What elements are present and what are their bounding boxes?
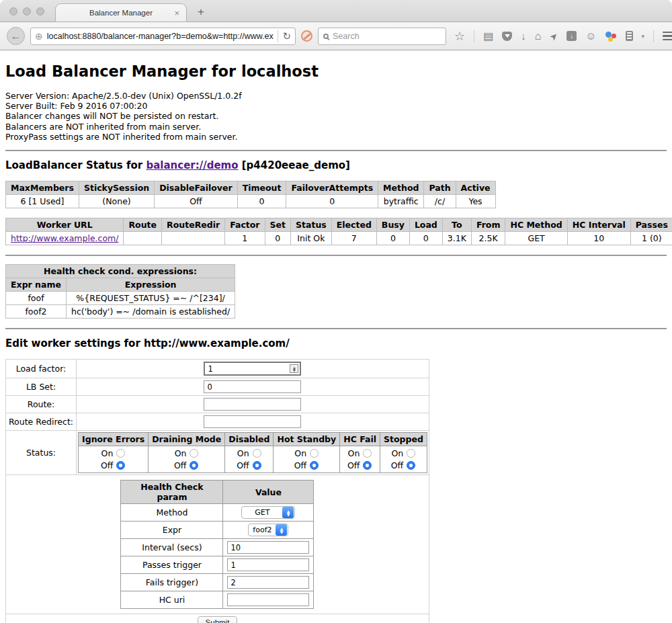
load-factor-label: Load factor:: [6, 360, 77, 378]
passes-cell: [223, 556, 314, 574]
back-button[interactable]: ←: [7, 27, 25, 45]
status-header-row: Ignore Errors Draining Mode Disabled Hot…: [79, 433, 427, 446]
url-input[interactable]: [47, 32, 274, 41]
worker-url-link[interactable]: http://www.example.com/: [11, 233, 118, 243]
worker-column-header: HC Method: [505, 218, 567, 232]
disabled-off-radio[interactable]: [253, 461, 261, 470]
ignore-errors-radios: On Off: [79, 446, 149, 473]
off-label: Off: [347, 460, 360, 470]
expr-value: hc('body') =~ /domain is established/: [67, 305, 235, 319]
worker-column-header: Worker URL: [6, 218, 124, 232]
on-label: On: [237, 448, 249, 458]
worker-column-header: Factor: [225, 218, 265, 232]
search-bar[interactable]: [318, 28, 446, 45]
route-redirect-row: Route Redirect:: [6, 413, 429, 431]
edit-worker-form: Load factor: ▲▼ LB Set: Route:: [5, 359, 429, 623]
url-bar[interactable]: ⊕ ↻: [30, 28, 296, 45]
bookmark-star-icon[interactable]: ☆: [454, 30, 465, 42]
worker-header-row: Worker URLRouteRouteRedirFactorSetStatus…: [6, 218, 672, 232]
interval-input[interactable]: [227, 541, 309, 554]
window-zoom-button[interactable]: [36, 7, 44, 15]
window-minimize-button[interactable]: [23, 7, 31, 15]
passes-label: Passes trigger: [121, 556, 223, 574]
balancer-link[interactable]: balancer://demo: [146, 159, 238, 171]
worker-column-header: Status: [291, 218, 332, 232]
route-redirect-input[interactable]: [204, 415, 301, 428]
draining-mode-off-radio[interactable]: [190, 461, 198, 470]
worker-column-header: Load: [409, 218, 442, 232]
lb-set-input[interactable]: [204, 380, 301, 393]
worker-cell: 0: [409, 232, 442, 245]
worker-column-header: Busy: [376, 218, 409, 232]
worker-cell: 2.5K: [471, 232, 505, 245]
overflow-caret-icon[interactable]: ▾: [642, 33, 645, 40]
stopped-off-radio[interactable]: [407, 461, 415, 470]
ignore-errors-on-radio[interactable]: [116, 449, 125, 458]
server-version: Server Version: Apache/2.5.0-dev (Unix) …: [5, 91, 667, 101]
route-label: Route:: [6, 396, 77, 413]
worker-data-row: http://www.example.com/ 10Init Ok7003.1K…: [6, 232, 672, 245]
on-label: On: [294, 448, 306, 458]
send-tab-icon[interactable]: ➤: [548, 30, 560, 42]
lb-set-cell: [77, 378, 429, 396]
submit-button[interactable]: Submit: [198, 616, 238, 623]
search-input[interactable]: [333, 32, 441, 41]
new-tab-button[interactable]: +: [198, 5, 204, 19]
hc-fails-row: Fails trigger): [121, 574, 314, 591]
disabled-on-radio[interactable]: [253, 449, 261, 458]
home-icon[interactable]: ⌂: [535, 31, 542, 42]
hot-standby-on-radio[interactable]: [310, 449, 319, 458]
ignore-errors-off-radio[interactable]: [116, 461, 125, 470]
panel-download-icon[interactable]: ↓: [566, 31, 577, 41]
notice-balancers: Balancers are NOT inherited from main se…: [5, 122, 667, 132]
downloads-icon[interactable]: ↓: [521, 31, 526, 41]
fails-input[interactable]: [227, 576, 309, 589]
colors-addon-icon[interactable]: [605, 31, 617, 42]
reading-list-icon[interactable]: ▤: [483, 31, 493, 42]
submit-cell: Submit: [6, 614, 429, 623]
off-label: Off: [294, 460, 306, 470]
feedback-smiley-icon[interactable]: ☺: [585, 31, 596, 42]
expr-row: foof %{REQUEST_STATUS} =~ /^[234]/: [6, 292, 235, 305]
balancer-column-header: Method: [378, 181, 424, 195]
number-spinner-icon[interactable]: ▲▼: [290, 364, 298, 373]
toolbar-icons: ☆ ▤ ↓ ⌂ ➤ ↓ ☺ ▾ ▦: [454, 29, 672, 43]
off-label: Off: [101, 460, 113, 470]
balancer-status-heading: LoadBalancer Status for balancer://demo …: [5, 159, 667, 171]
passes-input[interactable]: [227, 558, 309, 571]
window-close-button[interactable]: [9, 7, 17, 15]
container-addon-icon[interactable]: [626, 31, 633, 41]
menu-icon[interactable]: [663, 35, 672, 37]
status-col-hot-standby: Hot Standby: [274, 433, 340, 446]
tab-close-icon[interactable]: ×: [174, 8, 179, 18]
browser-tab[interactable]: Balancer Manager ×: [55, 3, 187, 22]
worker-column-header: From: [471, 218, 505, 232]
page-title: Load Balancer Manager for localhost: [5, 50, 667, 80]
hc-fail-on-radio[interactable]: [363, 449, 372, 458]
content-blocked-icon[interactable]: [301, 30, 312, 42]
worker-cell: 3.1K: [442, 232, 471, 245]
hot-standby-off-radio[interactable]: [310, 461, 319, 470]
expr-select[interactable]: foof2 ▲▼: [248, 524, 288, 536]
hc-uri-cell: [223, 591, 314, 609]
worker-cell: 10: [567, 232, 630, 245]
method-select[interactable]: GET ▲▼: [241, 506, 295, 519]
hc-uri-input[interactable]: [227, 593, 309, 606]
hc-expr-row: Expr foof2 ▲▼: [121, 522, 314, 539]
off-label: Off: [174, 460, 186, 470]
stopped-on-radio[interactable]: [407, 449, 415, 458]
reload-icon[interactable]: ↻: [282, 31, 291, 41]
load-factor-input[interactable]: [204, 362, 301, 376]
draining-mode-on-radio[interactable]: [190, 449, 198, 458]
status-col-draining-mode: Draining Mode: [149, 433, 225, 446]
pocket-icon[interactable]: [502, 32, 512, 41]
health-check-table: Health Check param Value Method GET ▲▼: [120, 480, 314, 609]
hc-fail-off-radio[interactable]: [363, 461, 372, 470]
health-check-expressions-table: Health check cond. expressions: Expr nam…: [5, 264, 235, 319]
chevron-down-icon: [505, 34, 510, 38]
expression-header: Expression: [67, 278, 235, 292]
route-input[interactable]: [204, 398, 301, 411]
worker-column-header: Route: [124, 218, 162, 232]
worker-cell: Init Ok: [291, 232, 332, 245]
interval-label: Interval (secs): [121, 539, 223, 556]
